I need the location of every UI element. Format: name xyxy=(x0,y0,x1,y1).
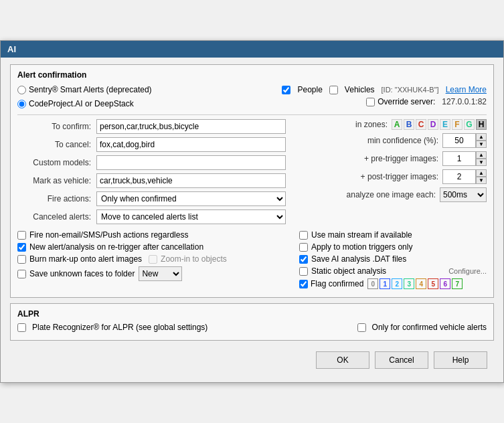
to-cancel-row: To cancel: xyxy=(17,137,286,152)
id-badge: [ID: "XXHUK4-B"] xyxy=(382,86,439,94)
static-object-checkbox[interactable] xyxy=(299,267,308,276)
analyze-select[interactable]: 500ms 250ms 1000ms xyxy=(440,187,487,202)
vehicles-label: Vehicles xyxy=(345,85,375,94)
help-button[interactable]: Help xyxy=(434,351,487,369)
zone-b[interactable]: B xyxy=(404,119,414,130)
zone-h[interactable]: H xyxy=(476,119,487,130)
zone-d[interactable]: D xyxy=(428,119,438,130)
save-dat-row: Save AI analysis .DAT files xyxy=(299,254,487,264)
flag-6[interactable]: 6 xyxy=(440,278,450,289)
learn-more-link[interactable]: Learn More xyxy=(446,85,487,94)
alert-confirmation-group: Alert confirmation Sentry® Smart Alerts … xyxy=(10,64,494,298)
analyze-row: analyze one image each: 500ms 250ms 1000… xyxy=(299,187,487,202)
flag-5[interactable]: 5 xyxy=(428,278,438,289)
save-unknown-label: Save unknown faces to folder xyxy=(29,269,135,278)
static-object-label: Static object analysis xyxy=(311,266,386,276)
to-cancel-input[interactable] xyxy=(96,137,286,152)
to-confirm-input[interactable] xyxy=(96,119,286,134)
title-bar: AI xyxy=(1,41,503,58)
sentry-radio[interactable] xyxy=(17,86,26,94)
people-checkbox[interactable] xyxy=(282,86,290,94)
flag-1[interactable]: 1 xyxy=(380,278,390,289)
mark-as-vehicle-row: Mark as vehicle: xyxy=(17,173,286,188)
fire-non-email-checkbox[interactable] xyxy=(17,231,26,240)
post-trigger-input[interactable] xyxy=(442,169,476,184)
to-confirm-row: To confirm: xyxy=(17,119,286,134)
plate-recognizer-checkbox[interactable] xyxy=(17,323,26,332)
confirmed-only-row: Only for confirmed vehicle alerts xyxy=(357,323,487,332)
mark-as-vehicle-label: Mark as vehicle: xyxy=(17,176,91,185)
flag-2[interactable]: 2 xyxy=(392,278,402,289)
main-columns: To confirm: To cancel: Custom models: Ma… xyxy=(17,119,487,228)
min-confidence-up[interactable]: ▲ xyxy=(476,133,487,141)
use-main-stream-checkbox[interactable] xyxy=(299,231,308,240)
codeproject-label: CodeProject.AI or DeepStack xyxy=(29,99,134,108)
burn-markup-checkbox[interactable] xyxy=(17,255,26,264)
zone-a[interactable]: A xyxy=(392,119,402,130)
to-confirm-label: To confirm: xyxy=(17,122,91,131)
override-label: Override server: xyxy=(377,97,435,106)
fire-actions-select[interactable]: Only when confirmed Always Never xyxy=(96,191,286,206)
people-label: People xyxy=(297,85,322,94)
configure-button[interactable]: Configure... xyxy=(448,267,487,275)
pre-trigger-spinner: ▲ ▼ xyxy=(442,151,487,166)
flag-3[interactable]: 3 xyxy=(404,278,414,289)
cancel-button[interactable]: Cancel xyxy=(375,351,428,369)
flag-7[interactable]: 7 xyxy=(452,278,463,289)
to-cancel-label: To cancel: xyxy=(17,140,91,149)
post-trigger-up[interactable]: ▲ xyxy=(476,169,487,177)
override-checkbox[interactable] xyxy=(366,98,375,106)
canceled-alerts-select[interactable]: Move to canceled alerts list Delete Keep xyxy=(96,209,286,224)
burn-markup-row: Burn mark-up onto alert images Zoom-in t… xyxy=(17,254,292,264)
pre-trigger-row: + pre-trigger images: ▲ ▼ xyxy=(299,151,487,166)
pre-trigger-down[interactable]: ▼ xyxy=(476,159,487,166)
ok-button[interactable]: OK xyxy=(316,351,369,369)
checkboxes-area: Fire non-email/SMS/Push actions regardle… xyxy=(17,230,487,292)
flag-confirmed-label: Flag confirmed xyxy=(311,279,363,288)
flag-0[interactable]: 0 xyxy=(367,278,378,289)
window-title: AI xyxy=(7,44,16,54)
min-confidence-label: min confidence (%): xyxy=(367,136,438,145)
post-trigger-down[interactable]: ▼ xyxy=(476,177,487,184)
custom-models-label: Custom models: xyxy=(17,158,91,167)
min-confidence-down[interactable]: ▼ xyxy=(476,141,487,148)
flag-numbers: 0 1 2 3 4 5 6 7 xyxy=(367,278,463,289)
save-unknown-select[interactable]: New Existing xyxy=(139,266,182,281)
apply-motion-checkbox[interactable] xyxy=(299,243,308,252)
min-confidence-spinner: ▲ ▼ xyxy=(442,133,487,148)
save-dat-checkbox[interactable] xyxy=(299,255,308,264)
save-unknown-row: Save unknown faces to folder New Existin… xyxy=(17,266,292,281)
confirmed-only-checkbox[interactable] xyxy=(357,323,366,332)
zoom-in-checkbox[interactable] xyxy=(149,255,157,264)
alpr-group: ALPR Plate Recognizer® for ALPR (see glo… xyxy=(10,303,494,341)
new-alert-checkbox[interactable] xyxy=(17,243,26,252)
zone-f[interactable]: F xyxy=(452,119,463,130)
pre-trigger-up[interactable]: ▲ xyxy=(476,151,487,159)
min-confidence-input[interactable] xyxy=(442,133,476,148)
flag-confirmed-checkbox[interactable] xyxy=(299,280,308,288)
custom-models-input[interactable] xyxy=(96,155,286,170)
in-zones-label: in zones: xyxy=(355,120,388,129)
burn-markup-label: Burn mark-up onto alert images xyxy=(29,254,142,264)
mark-as-vehicle-input[interactable] xyxy=(96,173,286,188)
people-vehicles-group: People Vehicles [ID: "XXHUK4-B"] Learn M… xyxy=(282,85,487,94)
post-trigger-spinner: ▲ ▼ xyxy=(442,169,487,184)
alpr-row: Plate Recognizer® for ALPR (see global s… xyxy=(17,323,487,335)
sentry-row: Sentry® Smart Alerts (deprecated) People… xyxy=(17,85,487,94)
confirmed-only-label: Only for confirmed vehicle alerts xyxy=(372,323,487,332)
pre-trigger-input[interactable] xyxy=(442,151,476,166)
vehicles-checkbox[interactable] xyxy=(329,86,338,94)
zone-letters: A B C D E F G H xyxy=(392,119,487,130)
use-main-stream-label: Use main stream if available xyxy=(311,230,412,240)
codeproject-radio[interactable] xyxy=(17,100,26,108)
zone-c[interactable]: C xyxy=(416,119,426,130)
zone-g[interactable]: G xyxy=(464,119,475,130)
zone-e[interactable]: E xyxy=(440,119,450,130)
save-unknown-checkbox[interactable] xyxy=(17,270,26,278)
static-object-row: Static object analysis Configure... xyxy=(299,266,487,276)
post-trigger-row: + post-trigger images: ▲ ▼ xyxy=(299,169,487,184)
pre-trigger-spin-buttons: ▲ ▼ xyxy=(476,151,487,166)
zones-row: in zones: A B C D E F G H xyxy=(299,119,487,130)
flag-4[interactable]: 4 xyxy=(416,278,426,289)
apply-motion-label: Apply to motion triggers only xyxy=(311,242,412,252)
